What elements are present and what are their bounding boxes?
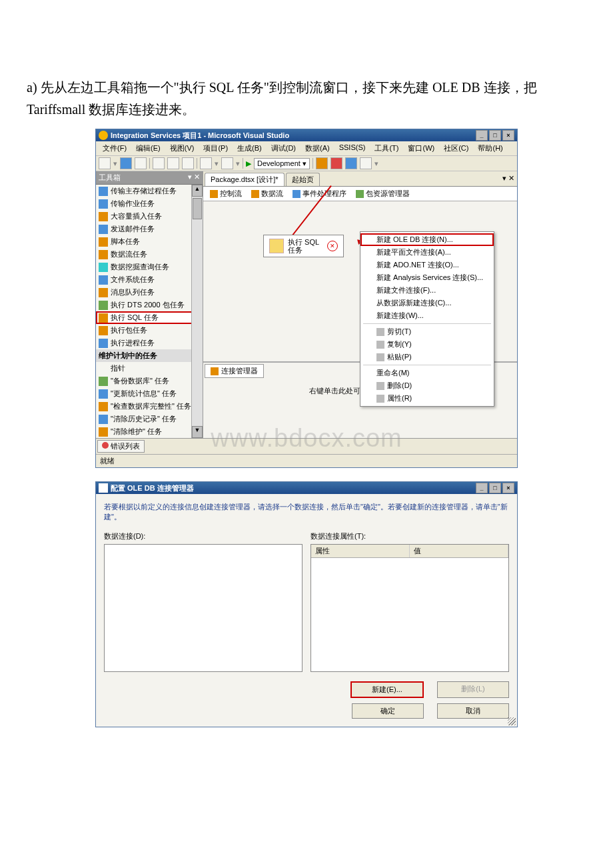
toolbox-item[interactable]: 消息队列任务 [96, 286, 203, 299]
dialog-maximize-button[interactable]: □ [489, 483, 501, 493]
menu-item-icon [376, 395, 384, 403]
tool-misc2-icon[interactable] [330, 157, 342, 169]
menu-ssis[interactable]: SSIS(S) [335, 143, 370, 154]
scroll-up-icon[interactable]: ▲ [192, 185, 203, 197]
minimize-button[interactable]: _ [476, 130, 488, 141]
context-menu-item[interactable]: 新建文件连接(F)... [360, 284, 494, 297]
toolbox-item[interactable]: 执行包任务 [96, 324, 203, 337]
context-menu-item[interactable]: 剪切(T) [360, 325, 494, 338]
context-menu-item[interactable]: 新建平面文件连接(A)... [360, 246, 494, 259]
window-title: Integration Services 项目1 - Microsoft Vis… [111, 131, 289, 141]
menu-window[interactable]: 窗口(W) [404, 143, 438, 154]
tool-cut-icon[interactable] [153, 157, 165, 169]
tool-save-icon[interactable] [120, 157, 132, 169]
context-menu-item[interactable]: 删除(D) [360, 379, 494, 392]
tab-package[interactable]: Package.dtsx [设计]* [205, 173, 285, 186]
toolbox-item[interactable]: "检查数据库完整性" 任务 [96, 400, 203, 413]
tool-paste-icon[interactable] [182, 157, 194, 169]
toolbox-scrollbar[interactable]: ▲ ▼ [191, 185, 203, 438]
toolbox-item[interactable]: 指针 [96, 362, 203, 375]
menu-debug[interactable]: 调试(D) [267, 143, 300, 154]
menu-item-label: 复制(Y) [387, 340, 412, 348]
toolbox-item[interactable]: 数据流任务 [96, 248, 203, 261]
statusbar: 就绪 [96, 454, 517, 467]
subtab-controlflow[interactable]: 控制流 [206, 188, 246, 199]
menu-item-label: 新建平面文件连接(A)... [376, 248, 451, 256]
menu-item-label: 新建 OLE DB 连接(N)... [376, 235, 453, 243]
toolbox-item[interactable]: 传输作业任务 [96, 197, 203, 210]
subtab-explorer[interactable]: 包资源管理器 [352, 188, 414, 199]
tool-undo-icon[interactable] [200, 157, 212, 169]
new-button[interactable]: 新建(E)... [350, 681, 424, 698]
toolbox-item[interactable]: 传输主存储过程任务 [96, 185, 203, 197]
error-list-tab[interactable]: 错误列表 [97, 440, 145, 453]
ok-button[interactable]: 确定 [352, 703, 424, 719]
menu-file[interactable]: 文件(F) [99, 143, 131, 154]
cancel-button[interactable]: 取消 [437, 703, 509, 719]
menu-data[interactable]: 数据(A) [301, 143, 334, 154]
toolbox-item[interactable]: 文件系统任务 [96, 273, 203, 286]
tool-misc4-icon[interactable] [360, 157, 372, 169]
context-menu-item[interactable]: 新建 Analysis Services 连接(S)... [360, 271, 494, 284]
design-canvas[interactable]: 执行 SQL 任务 ✕ 新建 OLE DB 连接(N)...新建平面文件连接(A… [203, 201, 517, 361]
scroll-down-icon[interactable]: ▼ [192, 426, 203, 438]
toolbox-item[interactable]: "清除历史记录" 任务 [96, 413, 203, 425]
subtab-dataflow[interactable]: 数据流 [247, 188, 287, 199]
menu-project[interactable]: 项目(P) [199, 143, 232, 154]
connection-manager-tab[interactable]: 连接管理器 [205, 364, 264, 378]
toolbox-item[interactable]: 执行 SQL 任务 [96, 311, 203, 324]
toolbox-item[interactable]: 大容量插入任务 [96, 210, 203, 223]
execute-sql-task-node[interactable]: 执行 SQL 任务 ✕ [263, 235, 344, 257]
menu-item-label: 新建 ADO.NET 连接(O)... [376, 261, 459, 269]
toolbox-item[interactable]: 发送邮件任务 [96, 223, 203, 235]
resize-grip-icon[interactable] [508, 717, 516, 725]
tool-saveall-icon[interactable] [135, 157, 147, 169]
context-menu-item[interactable]: 新建连接(W)... [360, 309, 494, 322]
tool-misc1-icon[interactable] [316, 157, 328, 169]
run-icon[interactable]: ▶ [246, 159, 251, 168]
toolbox-item[interactable]: 执行进程任务 [96, 337, 203, 349]
menu-build[interactable]: 生成(B) [233, 143, 266, 154]
dialog-minimize-button[interactable]: _ [476, 483, 488, 493]
config-dropdown[interactable]: Development ▾ [254, 158, 310, 169]
toolbox-item-icon [99, 199, 108, 209]
toolbox-item[interactable]: 脚本任务 [96, 235, 203, 248]
toolbox-item[interactable]: 数据挖掘查询任务 [96, 261, 203, 273]
tool-misc3-icon[interactable] [345, 157, 357, 169]
scroll-thumb[interactable] [193, 198, 202, 219]
context-menu-item[interactable]: 复制(Y) [360, 338, 494, 351]
close-button[interactable]: × [502, 130, 514, 141]
menu-help[interactable]: 帮助(H) [474, 143, 506, 154]
toolbox-item[interactable]: "更新统计信息" 任务 [96, 387, 203, 400]
toolbox-item-icon [99, 415, 108, 424]
tool-copy-icon[interactable] [167, 157, 179, 169]
dialog-close-button[interactable]: × [502, 483, 514, 493]
menu-separator [363, 365, 491, 365]
context-menu-item[interactable]: 粘贴(P) [360, 351, 494, 363]
error-badge-icon: ✕ [327, 241, 338, 251]
tab-startpage[interactable]: 起始页 [286, 173, 320, 186]
context-menu-item[interactable]: 重命名(M) [360, 367, 494, 379]
toolbox-item[interactable]: "备份数据库" 任务 [96, 375, 203, 387]
toolbox-item[interactable]: "清除维护" 任务 [96, 425, 203, 438]
menu-item-icon [376, 328, 384, 336]
tab-dropdown-icon[interactable]: ▾ ✕ [501, 173, 516, 186]
context-menu-item[interactable]: 属性(R) [360, 392, 494, 405]
data-connections-listbox[interactable] [104, 544, 303, 672]
toolbox-item[interactable]: 维护计划中的任务 [96, 349, 203, 362]
menu-view[interactable]: 视图(V) [166, 143, 199, 154]
menu-tools[interactable]: 工具(T) [370, 143, 402, 154]
menu-edit[interactable]: 编辑(E) [132, 143, 165, 154]
subtab-event[interactable]: 事件处理程序 [289, 188, 350, 199]
toolbox-item-icon [99, 275, 108, 285]
tool-redo-icon[interactable] [221, 157, 233, 169]
tool-new-icon[interactable] [99, 157, 111, 169]
context-menu-item[interactable]: 新建 ADO.NET 连接(O)... [360, 259, 494, 271]
delete-button[interactable]: 删除(L) [437, 681, 509, 698]
menu-community[interactable]: 社区(C) [440, 143, 472, 154]
context-menu-item[interactable]: 新建 OLE DB 连接(N)... [360, 233, 494, 246]
toolbox-item-label: 执行进程任务 [111, 338, 155, 348]
toolbox-item[interactable]: 执行 DTS 2000 包任务 [96, 299, 203, 311]
maximize-button[interactable]: □ [489, 130, 501, 141]
context-menu-item[interactable]: 从数据源新建连接(C)... [360, 297, 494, 309]
